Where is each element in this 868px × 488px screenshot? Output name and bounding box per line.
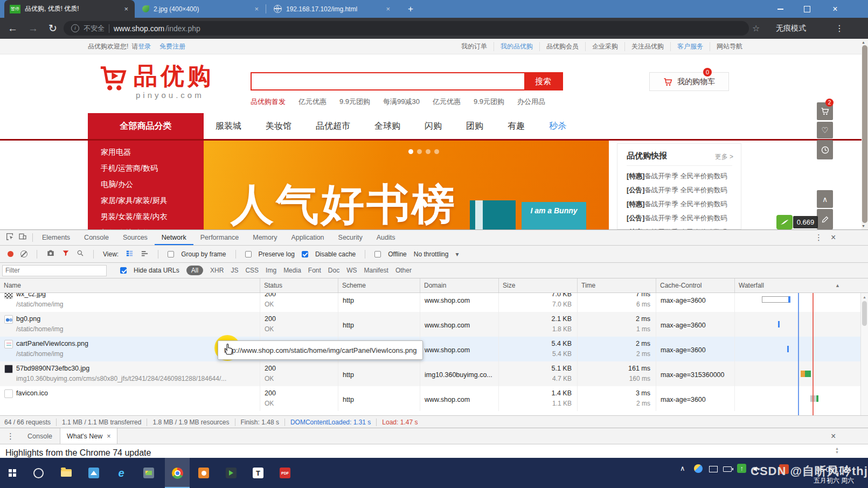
reload-icon[interactable]: ↻ (48, 18, 57, 39)
drawer-close-icon[interactable]: × (831, 431, 836, 441)
throttling-select[interactable]: No throttling (414, 250, 449, 258)
disable-cache-label[interactable]: Disable cache (315, 250, 356, 258)
taskbar-ie-browser[interactable]: e (110, 464, 133, 482)
filter-type-xhr[interactable]: XHR (210, 267, 224, 274)
filter-type-font[interactable]: Font (308, 267, 321, 274)
screen-recorder-leaf-icon[interactable] (776, 215, 793, 229)
clear-icon[interactable] (20, 250, 27, 257)
tab-close-icon[interactable]: × (253, 5, 260, 13)
filter-type-js[interactable]: JS (231, 267, 238, 274)
site-logo[interactable] (97, 62, 130, 96)
filter-type-doc[interactable]: Doc (328, 267, 339, 274)
tab-close-icon[interactable]: × (107, 433, 110, 440)
column-header-time[interactable]: Time (577, 278, 656, 292)
browser-tab-image[interactable]: 2.jpg (400×400) × (137, 0, 265, 18)
taskbar-photos-app[interactable] (82, 464, 105, 482)
search-icon[interactable] (77, 249, 84, 259)
forward-icon[interactable]: → (28, 18, 38, 39)
group-by-frame-checkbox[interactable] (168, 251, 174, 257)
register-link[interactable]: 免费注册 (159, 42, 185, 51)
filter-type-media[interactable]: Media (283, 267, 301, 274)
topbar-link-service[interactable]: 客户服务 (670, 42, 710, 51)
float-history-button[interactable] (817, 140, 833, 159)
tray-hidden-icons-chevron[interactable]: ∧ (680, 464, 685, 472)
devtools-tab-console[interactable]: Console (77, 230, 116, 245)
category-item[interactable]: 男装/女装/童装/内衣 (88, 208, 204, 225)
hotword-link[interactable]: 亿元优惠 (298, 97, 327, 107)
taskbar-file-explorer[interactable] (55, 464, 78, 482)
request-row[interactable]: bg0.png/static/home/img 200OK http www.s… (0, 312, 868, 337)
topbar-link-sitemap[interactable]: 网站导航 (710, 42, 749, 51)
news-item[interactable]: [特惠]备战开学季 全民半价购数码 (617, 225, 742, 229)
view-list-icon[interactable] (141, 249, 149, 259)
topbar-link-my-pinyou[interactable]: 我的品优购 (494, 42, 539, 51)
drawer-scroll-icons[interactable]: ▲▼ (835, 447, 839, 454)
topbar-link-member[interactable]: 品优购会员 (539, 42, 585, 51)
tray-cloud-icon[interactable] (694, 464, 703, 473)
window-minimize-button[interactable] (769, 0, 791, 18)
topbar-link-orders[interactable]: 我的订单 (455, 42, 494, 51)
column-header-size[interactable]: Size (498, 278, 577, 292)
window-maximize-button[interactable] (796, 0, 818, 18)
bookmark-star-icon[interactable]: ☆ (752, 18, 760, 39)
browser-menu-icon[interactable]: ⋮ (835, 18, 844, 39)
tray-updater-icon[interactable]: ↑ (737, 464, 746, 473)
hero-banner[interactable]: 人气好书榜 I am a Bunny (204, 141, 609, 229)
column-header-scheme[interactable]: Scheme (338, 278, 420, 292)
taskbar-cortana-button[interactable] (27, 464, 50, 482)
scroll-up-icon[interactable]: ▲ (862, 39, 868, 44)
category-item[interactable]: 家居/家具/家装/厨具 (88, 192, 204, 208)
category-header[interactable]: 全部商品分类 (88, 113, 204, 139)
column-header-waterfall[interactable]: Waterfall ▲ (734, 278, 868, 292)
tray-battery-icon[interactable] (723, 466, 732, 472)
back-icon[interactable]: ← (8, 18, 18, 39)
tab-close-icon[interactable]: × (123, 5, 129, 13)
scroll-down-icon[interactable]: ▼ (862, 224, 868, 228)
view-grid-icon[interactable] (126, 249, 134, 259)
drawer-tab-console[interactable]: Console (20, 433, 60, 440)
my-cart-button[interactable]: 我的购物车 (649, 72, 729, 91)
search-button[interactable]: 搜索 (524, 73, 562, 89)
devtools-tab-application[interactable]: Application (284, 230, 331, 245)
disable-cache-checkbox[interactable] (302, 251, 308, 257)
hotword-link[interactable]: 品优购首发 (251, 97, 286, 107)
scroll-up-icon[interactable]: ▲ (861, 293, 868, 299)
filter-type-img[interactable]: Img (266, 267, 276, 274)
news-item[interactable]: [特惠]备战开学季 全民半价购数码 (617, 169, 742, 183)
nav-item[interactable]: 全球购 (374, 121, 400, 132)
chevron-down-icon[interactable]: ▾ (455, 250, 459, 258)
hide-data-urls-checkbox[interactable] (120, 267, 127, 274)
float-favorites-button[interactable]: ♡ (817, 122, 833, 138)
hotword-link[interactable]: 9.9元团购 (474, 97, 504, 107)
hotword-link[interactable]: 9.9元团购 (339, 97, 370, 107)
category-item[interactable]: 电脑/办公 (88, 176, 204, 192)
devtools-tab-network[interactable]: Network (155, 230, 193, 245)
request-row[interactable]: wx_cz.jpg/static/home/img 200OK http www… (0, 293, 868, 312)
info-icon[interactable]: i (71, 24, 79, 32)
inspect-element-icon[interactable] (5, 232, 14, 243)
offline-checkbox[interactable] (374, 251, 381, 257)
devtools-tab-performance[interactable]: Performance (193, 230, 246, 245)
hide-data-urls-label[interactable]: Hide data URLs (134, 267, 179, 274)
float-scroll-top-button[interactable]: ∧ (817, 190, 833, 208)
topbar-link-enterprise[interactable]: 企业采购 (585, 42, 624, 51)
hotword-link[interactable]: 每满99减30 (383, 97, 420, 107)
address-bar[interactable]: i 不安全 www.shop.com /index.php (64, 21, 749, 36)
column-header-cache-control[interactable]: Cache-Control (656, 278, 734, 292)
nav-item[interactable]: 品优超市 (316, 121, 350, 132)
filter-type-manifest[interactable]: Manifest (364, 267, 388, 274)
taskbar-chrome-active[interactable] (166, 464, 189, 482)
nav-item[interactable]: 美妆馆 (266, 121, 291, 132)
nav-item[interactable]: 闪购 (425, 121, 442, 132)
new-tab-button[interactable]: + (404, 3, 417, 16)
devtools-tab-elements[interactable]: Elements (35, 230, 77, 245)
category-item[interactable]: 美妆/个护/宠物 (88, 225, 204, 229)
offline-label[interactable]: Offline (388, 250, 406, 258)
search-input[interactable] (252, 73, 524, 89)
topbar-link-follow[interactable]: 关注品优购 (624, 42, 670, 51)
column-header-domain[interactable]: Domain (420, 278, 498, 292)
filter-type-css[interactable]: CSS (245, 267, 259, 274)
browser-tab-shop[interactable]: 暂停 品优购, 优质! 优质! × (4, 0, 135, 18)
taskbar-start-button[interactable] (1, 464, 24, 482)
devtools-tab-memory[interactable]: Memory (246, 230, 284, 245)
